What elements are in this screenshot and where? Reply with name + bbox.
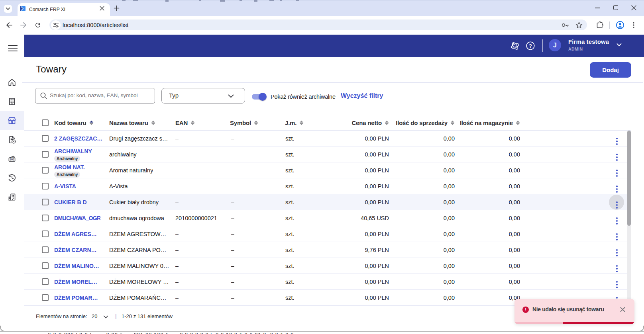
- svg-text:101: 101: [10, 158, 15, 161]
- svg-text:?: ?: [529, 43, 532, 49]
